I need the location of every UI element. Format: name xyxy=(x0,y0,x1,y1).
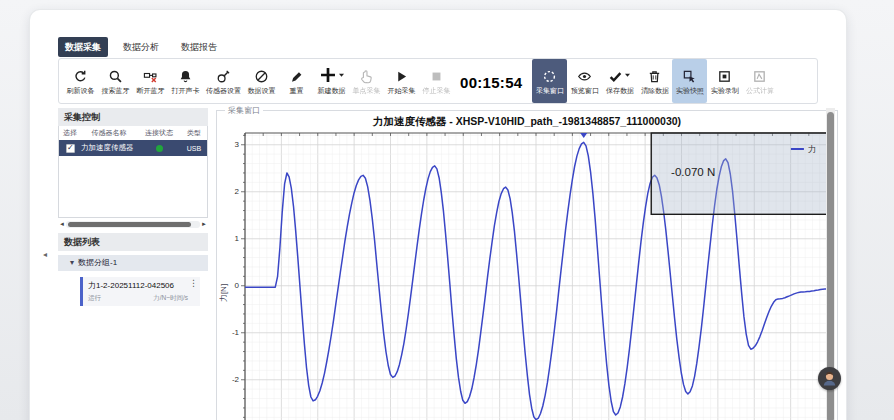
toolbar-button-label: 清除数据 xyxy=(641,86,669,96)
toolbar-button-label: 数据设置 xyxy=(248,86,276,96)
experiment-snapshot-button[interactable]: 实验快照 xyxy=(672,59,707,103)
tab-data-collect[interactable]: 数据采集 xyxy=(58,37,108,57)
disconnect-bluetooth-button[interactable]: 断开蓝牙 xyxy=(133,59,168,103)
formula-calc-button: 公式计算 xyxy=(742,59,777,103)
toolbar-button-label: 实验快照 xyxy=(676,86,704,96)
formula-icon xyxy=(752,69,767,84)
new-data-button[interactable]: 新建数据 xyxy=(314,59,349,103)
value-annotation: -0.070 N xyxy=(671,166,715,178)
search-icon xyxy=(108,69,123,84)
collect-window-groupbox: 采集窗口 力加速度传感器 - XHSP-V10HID_path_-1981348… xyxy=(216,110,838,420)
reset-button[interactable]: 重置 xyxy=(279,59,314,103)
hscroll-thumb[interactable] xyxy=(68,222,191,227)
sensor-settings-icon xyxy=(216,69,231,84)
data-group-row[interactable]: ▾ 数据分组-1 xyxy=(58,255,208,271)
toolbar-button-label: 传感器设置 xyxy=(206,86,241,96)
chart-title: 力加速度传感器 - XHSP-V10HID_path_-1981348857_1… xyxy=(217,115,837,129)
scroll-left-arrow-icon[interactable]: ◄ xyxy=(58,220,66,229)
column-header: 选择 xyxy=(59,128,81,138)
preview-window-button[interactable]: 预览窗口 xyxy=(567,59,602,103)
toolbar-button-label: 开始采集 xyxy=(388,86,416,96)
app-window: ◂ 数据采集数据分析数据报告 刷新设备搜索蓝牙断开蓝牙打开声卡传感器设置数据设置… xyxy=(30,10,846,420)
stop-collect-button: 停止采集 xyxy=(419,59,454,103)
toolbar-button-label: 打开声卡 xyxy=(172,86,200,96)
sensor-table-hscrollbar[interactable]: ◄ ► xyxy=(58,220,208,229)
save-data-button[interactable]: 保存数据 xyxy=(602,59,637,103)
plus-icon xyxy=(319,66,337,84)
data-settings-button[interactable]: 数据设置 xyxy=(244,59,279,103)
y-tick-label: 2 xyxy=(235,187,240,196)
refresh-icon xyxy=(73,69,88,84)
chart-area[interactable]: 3210-1-2力[N]-0.070 N力 xyxy=(219,131,837,420)
tab-data-analysis[interactable]: 数据分析 xyxy=(116,37,166,57)
clear-data-button[interactable]: 清除数据 xyxy=(637,59,672,103)
scroll-right-arrow-icon[interactable]: ► xyxy=(200,220,208,229)
sensor-name: 力加速度传感器 xyxy=(81,143,137,153)
toolbar-button-label: 刷新设备 xyxy=(67,86,95,96)
data-item-name: 力1-2-20251112-042506 xyxy=(88,280,188,291)
bluetooth-disconnect-icon xyxy=(143,69,158,84)
hscroll-track[interactable] xyxy=(66,221,200,228)
dashed-circle-icon xyxy=(542,69,557,84)
groupbox-label: 采集窗口 xyxy=(225,105,263,116)
refresh-device-button[interactable]: 刷新设备 xyxy=(63,59,98,103)
collect-window-button[interactable]: 采集窗口 xyxy=(532,59,567,103)
check-icon xyxy=(608,69,623,84)
slashed-circle-icon xyxy=(254,69,269,84)
experiment-record-button[interactable]: 实验录制 xyxy=(707,59,742,103)
kebab-menu-icon[interactable]: ⋮ xyxy=(189,279,198,288)
column-header: 传感器名称 xyxy=(81,128,137,138)
collect-control-header: 采集控制 xyxy=(58,108,208,126)
toolbar-button-label: 重置 xyxy=(290,86,304,96)
search-bluetooth-button[interactable]: 搜索蓝牙 xyxy=(98,59,133,103)
assistant-avatar-button[interactable] xyxy=(818,367,841,390)
data-item-status: 运行 xyxy=(88,294,101,303)
sensor-settings-button[interactable]: 传感器设置 xyxy=(203,59,244,103)
start-collect-button[interactable]: 开始采集 xyxy=(384,59,419,103)
data-group-label: 数据分组-1 xyxy=(78,255,117,271)
sensor-table-header: 选择传感器名称连接状态类型 xyxy=(59,126,207,140)
open-soundcard-button[interactable]: 打开声卡 xyxy=(168,59,203,103)
sensor-checkbox[interactable] xyxy=(66,144,75,153)
bell-icon xyxy=(178,69,193,84)
trash-icon xyxy=(647,69,662,84)
y-tick-label: -2 xyxy=(232,375,240,384)
toolbar-button-label: 保存数据 xyxy=(606,86,634,96)
caret-down-icon[interactable] xyxy=(624,66,631,84)
toolbar-button-label: 搜索蓝牙 xyxy=(102,86,130,96)
data-item-card[interactable]: 力1-2-20251112-042506 运行 力/N~时间/s ⋮ xyxy=(80,277,200,306)
single-point-collect-button: 单点采集 xyxy=(349,59,384,103)
data-list-panel: 数据列表 ▾ 数据分组-1 力1-2-20251112-042506 运行 力/… xyxy=(58,233,208,306)
chart-svg[interactable]: 3210-1-2力[N]-0.070 N力 xyxy=(219,131,837,420)
status-dot xyxy=(156,145,163,152)
stop-icon xyxy=(429,69,444,84)
tab-bar: 数据采集数据分析数据报告 xyxy=(30,10,846,57)
y-tick-label: 1 xyxy=(235,234,240,243)
toolbar-button-label: 采集窗口 xyxy=(536,86,564,96)
marker-icon xyxy=(289,69,304,84)
play-icon xyxy=(394,69,409,84)
sidebar: 采集控制 选择传感器名称连接状态类型 力加速度传感器USB ◄ ► 数据列表 ▾… xyxy=(58,108,208,420)
tab-data-report[interactable]: 数据报告 xyxy=(174,37,224,57)
hand-icon xyxy=(359,69,374,84)
data-item-axes: 力/N~时间/s xyxy=(153,294,188,303)
chart-panel: 采集窗口 力加速度传感器 - XHSP-V10HID_path_-1981348… xyxy=(216,108,846,420)
toolbar-button-label: 新建数据 xyxy=(318,86,346,96)
toolbar-button-label: 公式计算 xyxy=(746,86,774,96)
sensor-table-body: 力加速度传感器USB xyxy=(59,140,207,156)
column-header: 连接状态 xyxy=(137,128,181,138)
tree-caret-icon: ▾ xyxy=(70,255,74,271)
content-area: 采集控制 选择传感器名称连接状态类型 力加速度传感器USB ◄ ► 数据列表 ▾… xyxy=(30,104,846,420)
eye-icon xyxy=(577,69,592,84)
data-list-header: 数据列表 xyxy=(58,233,208,251)
caret-down-icon[interactable] xyxy=(338,66,345,84)
sensor-type: USB xyxy=(181,145,207,152)
y-tick-label: 0 xyxy=(235,281,240,290)
sensor-row[interactable]: 力加速度传感器USB xyxy=(59,140,207,156)
record-icon xyxy=(717,69,732,84)
toolbar-group-right: 采集窗口预览窗口保存数据清除数据实验快照实验录制公式计算 xyxy=(532,59,777,103)
toolbar-button-label: 单点采集 xyxy=(353,86,381,96)
toolbar-group-left: 刷新设备搜索蓝牙断开蓝牙打开声卡传感器设置数据设置重置新建数据单点采集开始采集停… xyxy=(63,59,454,103)
toolbar-button-label: 预览窗口 xyxy=(571,86,599,96)
toolbar-button-label: 停止采集 xyxy=(423,86,451,96)
